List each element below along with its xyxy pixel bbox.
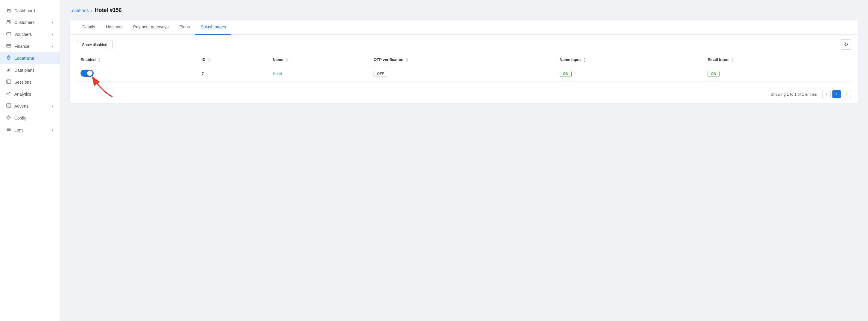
- sort-arrows-name: ▲▼: [285, 58, 288, 63]
- cell-name: Hotel: [269, 66, 370, 81]
- sessions-icon: [6, 79, 11, 85]
- toggle-container: [81, 70, 94, 78]
- email-input-badge: ON: [708, 71, 719, 77]
- sidebar-item-logs[interactable]: Logs ▾: [0, 124, 60, 136]
- cell-name-input: ON: [556, 66, 704, 81]
- col-enabled[interactable]: Enabled ▲▼: [77, 55, 198, 66]
- config-icon: [6, 115, 11, 121]
- sort-arrows-enabled: ▲▼: [98, 58, 100, 63]
- dashboard-icon: ⊞: [6, 8, 11, 13]
- sidebar-label-vouchers: Vouchers: [14, 32, 32, 37]
- sidebar-item-dashboard[interactable]: ⊞ Dashboard: [0, 5, 60, 16]
- dataplans-icon: [6, 67, 11, 73]
- sidebar-label-sessions: Sessions: [14, 80, 31, 84]
- adverts-icon: [6, 103, 11, 109]
- analytics-icon: [6, 91, 11, 97]
- breadcrumb: Locations / Hotel #156: [69, 7, 859, 13]
- svg-point-0: [7, 20, 9, 22]
- tab-bar: Details Hotspots Payment gateways Plans …: [70, 20, 858, 35]
- sidebar-item-customers[interactable]: Customers ▾: [0, 16, 60, 28]
- vouchers-icon: [6, 31, 11, 37]
- col-email-input[interactable]: Email input ▲▼: [704, 55, 851, 66]
- tab-details[interactable]: Details: [77, 20, 100, 35]
- sidebar-item-vouchers[interactable]: Vouchers ▾: [0, 28, 60, 40]
- page-header: Locations / Hotel #156: [60, 0, 868, 13]
- svg-rect-7: [7, 70, 8, 71]
- chevron-down-icon: ▾: [52, 33, 54, 36]
- cell-email-input: ON: [704, 66, 851, 81]
- sidebar-item-dataplans[interactable]: Data plans: [0, 64, 60, 76]
- table-header-row: Enabled ▲▼ ID ▲▼ Name ▲▼ OTP verificat: [77, 55, 851, 66]
- svg-rect-13: [7, 104, 11, 107]
- customers-icon: [6, 20, 11, 26]
- breadcrumb-locations-link[interactable]: Locations: [69, 8, 89, 13]
- chevron-down-icon: ▾: [52, 104, 54, 108]
- sort-arrows-email-input: ▲▼: [731, 58, 734, 63]
- sort-arrows-name-input: ▲▼: [583, 58, 586, 63]
- col-id[interactable]: ID ▲▼: [198, 55, 269, 66]
- sidebar-label-finance: Finance: [14, 44, 29, 49]
- logs-icon: [6, 127, 11, 133]
- next-page-button[interactable]: ›: [842, 90, 851, 98]
- tab-plans[interactable]: Plans: [174, 20, 195, 35]
- sidebar-item-sessions[interactable]: Sessions: [0, 76, 60, 88]
- pagination: Showing 1 to 1 of 1 entries ‹ 1 ›: [70, 86, 858, 103]
- page-1-button[interactable]: 1: [832, 90, 841, 98]
- prev-page-button[interactable]: ‹: [822, 90, 831, 98]
- cell-id: 7: [198, 66, 269, 81]
- tab-splash-pages[interactable]: Splash pages: [195, 20, 231, 35]
- sidebar-label-dashboard: Dashboard: [14, 8, 35, 13]
- sidebar-label-dataplans: Data plans: [14, 68, 34, 73]
- enabled-toggle[interactable]: [81, 70, 94, 77]
- sidebar-label-customers: Customers: [14, 20, 35, 25]
- show-disabled-button[interactable]: Show disabled: [77, 40, 113, 49]
- chevron-down-icon: ▾: [52, 128, 54, 132]
- content-card: Details Hotspots Payment gateways Plans …: [69, 20, 859, 103]
- location-icon: [6, 55, 11, 61]
- name-input-badge: ON: [560, 71, 572, 77]
- table-row: 7 Hotel OFF ON: [77, 66, 851, 81]
- tab-hotspots[interactable]: Hotspots: [100, 20, 128, 35]
- table-wrap: Enabled ▲▼ ID ▲▼ Name ▲▼ OTP verificat: [70, 55, 858, 86]
- svg-rect-8: [8, 69, 9, 71]
- sidebar-label-locations: Locations: [14, 56, 34, 61]
- sidebar-item-locations[interactable]: Locations: [0, 52, 60, 64]
- svg-rect-2: [7, 33, 11, 35]
- col-otp[interactable]: OTP verification ▲▼: [370, 55, 556, 66]
- cell-otp: OFF: [370, 66, 556, 81]
- main-content: Locations / Hotel #156 Details Hotspots …: [60, 0, 868, 321]
- svg-point-1: [9, 20, 10, 22]
- svg-rect-10: [7, 80, 11, 83]
- sort-arrows-otp: ▲▼: [406, 58, 408, 63]
- sidebar-item-finance[interactable]: Finance ▾: [0, 40, 60, 52]
- tab-payment-gateways[interactable]: Payment gateways: [128, 20, 174, 35]
- name-link[interactable]: Hotel: [273, 71, 282, 76]
- sidebar: ⊞ Dashboard Customers ▾ Vouchers ▾: [0, 0, 60, 321]
- cell-enabled: [77, 66, 198, 81]
- refresh-button[interactable]: ↻: [841, 39, 851, 49]
- refresh-icon: ↻: [844, 41, 848, 48]
- finance-icon: [6, 43, 11, 49]
- sidebar-label-analytics: Analytics: [14, 92, 31, 97]
- svg-point-16: [8, 117, 9, 118]
- col-name[interactable]: Name ▲▼: [269, 55, 370, 66]
- svg-rect-9: [9, 68, 10, 71]
- otp-badge: OFF: [374, 71, 387, 77]
- sort-arrows-id: ▲▼: [208, 58, 210, 63]
- sidebar-label-adverts: Adverts: [14, 104, 28, 108]
- sidebar-label-logs: Logs: [14, 128, 23, 133]
- svg-rect-4: [7, 44, 11, 47]
- sidebar-item-analytics[interactable]: Analytics: [0, 88, 60, 100]
- splash-pages-table: Enabled ▲▼ ID ▲▼ Name ▲▼ OTP verificat: [77, 55, 851, 81]
- sidebar-label-config: Config: [14, 116, 26, 120]
- breadcrumb-separator: /: [91, 8, 92, 13]
- chevron-down-icon: ▾: [52, 44, 54, 48]
- svg-point-6: [8, 57, 9, 58]
- chevron-down-icon: ▾: [52, 21, 54, 25]
- col-name-input[interactable]: Name input ▲▼: [556, 55, 704, 66]
- pagination-info: Showing 1 to 1 of 1 entries: [771, 92, 817, 97]
- sidebar-item-adverts[interactable]: Adverts ▾: [0, 100, 60, 112]
- toolbar: Show disabled ↻: [70, 35, 858, 55]
- breadcrumb-current: Hotel #156: [95, 7, 122, 13]
- sidebar-item-config[interactable]: Config: [0, 112, 60, 124]
